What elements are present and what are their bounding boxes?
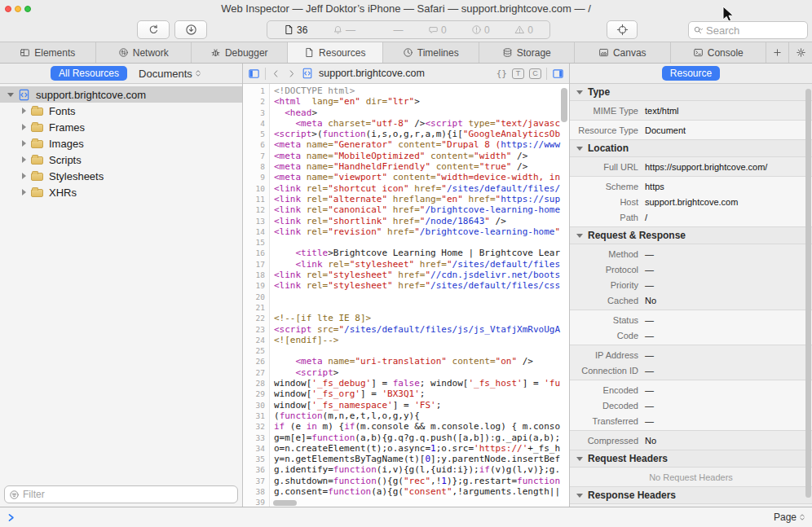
disclosure-collapsed-icon[interactable] — [22, 124, 26, 130]
tab-resources[interactable]: Resources — [288, 42, 384, 63]
fullscreen-button[interactable] — [24, 6, 31, 12]
tree-item-fonts[interactable]: Fonts — [0, 103, 242, 119]
toggle-left-sidebar-button[interactable] — [248, 68, 260, 80]
filter-input[interactable] — [23, 489, 233, 500]
tab-debugger[interactable]: Debugger — [192, 42, 288, 63]
section-header-request-headers[interactable]: Request Headers — [570, 450, 812, 468]
type-profiling-button[interactable]: T — [512, 68, 524, 79]
search-field[interactable] — [688, 21, 808, 39]
section-header-location[interactable]: Location — [570, 140, 812, 157]
disclosure-collapsed-icon[interactable] — [22, 140, 26, 147]
disclosure-expanded-icon[interactable] — [7, 93, 14, 97]
line-number: 20 — [243, 292, 265, 302]
storage-icon — [502, 47, 513, 58]
horizontal-scrollbar[interactable] — [273, 500, 297, 506]
tab-canvas[interactable]: Canvas — [575, 42, 671, 63]
source-code-view[interactable]: 1234567891011121314151617181920212223242… — [243, 84, 569, 507]
section-header-type[interactable]: Type — [570, 84, 812, 101]
activity-viewer[interactable]: 36 — — 0 0 0 — [267, 20, 550, 39]
quick-console-chevron-icon[interactable] — [6, 512, 16, 523]
detail-label: Status — [570, 315, 638, 325]
tree-item-frames[interactable]: Frames — [0, 119, 242, 135]
toggle-right-sidebar-button[interactable] — [552, 68, 564, 80]
details-panel: TypeMIME Typetext/htmlResource TypeDocum… — [570, 84, 812, 507]
resource-title: support.brightcove.com — [319, 68, 425, 79]
forward-button[interactable] — [286, 68, 297, 79]
tab-elements[interactable]: Elements — [0, 42, 96, 63]
tab-settings[interactable] — [789, 42, 812, 63]
canvas-icon — [598, 47, 609, 58]
pretty-print-button[interactable]: {} — [496, 68, 507, 79]
element-picker-button[interactable] — [607, 20, 638, 39]
load-time-indicator: — — [380, 24, 403, 36]
console-message-value: 0 — [441, 24, 447, 36]
window-controls — [5, 6, 31, 12]
code-line: <meta charset="utf-8" /><script type="te… — [274, 118, 569, 129]
documents-dropdown[interactable]: Documents — [139, 68, 202, 80]
close-button[interactable] — [5, 6, 11, 12]
divider — [546, 68, 547, 80]
download-button[interactable] — [174, 20, 207, 39]
vertical-scrollbar[interactable] — [561, 88, 567, 122]
line-number: 38 — [243, 486, 265, 497]
title-bar: Web Inspector — Jeff Doktor’s iPhone — S… — [0, 0, 812, 18]
code-line: <link rel="stylesheet" href="/sites/defa… — [274, 259, 569, 270]
detail-group: MIME Typetext/html — [570, 101, 812, 121]
gear-icon — [796, 47, 806, 58]
issue-circle-icon — [471, 24, 482, 35]
disclosure-collapsed-icon[interactable] — [22, 189, 26, 195]
line-number-gutter: 1234567891011121314151617181920212223242… — [243, 84, 270, 507]
line-number: 26 — [243, 356, 265, 367]
section-title: Type — [588, 86, 610, 98]
search-input[interactable] — [706, 24, 803, 37]
tab-add-tab[interactable] — [766, 42, 789, 63]
line-number: 4 — [243, 118, 265, 129]
tab-label: Console — [708, 47, 744, 59]
detail-row: Encoded— — [570, 382, 812, 397]
section-header-response-headers[interactable]: Response Headers — [570, 487, 812, 504]
code-line: <link rel="alternate" hreflang="en" href… — [274, 194, 569, 204]
folder-icon — [31, 156, 43, 165]
detail-label: Decoded — [570, 401, 638, 411]
filter-field[interactable] — [4, 485, 238, 503]
detail-value: text/html — [645, 106, 679, 116]
line-number: 33 — [243, 433, 265, 443]
reload-button[interactable] — [137, 20, 170, 39]
resource-details-tab[interactable]: Resource — [662, 66, 720, 81]
code-line: <link rel="shortcut icon" href="/sites/d… — [274, 183, 569, 194]
page-selector-label: Page — [774, 512, 797, 523]
code-line: <meta name="uri-translation" content="on… — [274, 356, 569, 367]
tab-network[interactable]: Network — [96, 42, 192, 63]
detail-row: Resource TypeDocument — [570, 122, 812, 138]
page-selector[interactable]: Page — [774, 512, 806, 523]
detail-row: Status— — [570, 312, 812, 327]
alerts-value: — — [346, 24, 355, 36]
minimize-button[interactable] — [15, 6, 21, 12]
back-button[interactable] — [271, 68, 281, 79]
disclosure-collapsed-icon[interactable] — [22, 173, 26, 179]
tab-console[interactable]: Console — [671, 42, 767, 63]
code-line: window['_fs_debug'] = false; window['_fs… — [274, 378, 569, 389]
tree-item-support-brightcove-com[interactable]: support.brightcove.com — [0, 86, 242, 103]
section-header-request-response[interactable]: Request & Response — [570, 227, 812, 244]
code-line: <!--[if lte IE 8]> — [274, 313, 569, 323]
details-scrollbar[interactable] — [805, 89, 811, 498]
code-coverage-button[interactable]: C — [529, 68, 541, 79]
tree-item-stylesheets[interactable]: Stylesheets — [0, 168, 242, 184]
tab-timelines[interactable]: Timelines — [383, 42, 479, 63]
line-number: 21 — [243, 302, 265, 313]
tree-item-scripts[interactable]: Scripts — [0, 152, 242, 168]
disclosure-collapsed-icon[interactable] — [22, 156, 26, 163]
code-line: <link rel="stylesheet" href="//cdn.jsdel… — [274, 270, 569, 280]
line-number: 23 — [243, 324, 265, 335]
detail-row: Hostsupport.brightcove.com — [570, 194, 812, 209]
all-resources-button[interactable]: All Resources — [51, 66, 127, 81]
code-line: if (e in m) {if(m.console && m.console.l… — [274, 421, 569, 432]
tree-item-images[interactable]: Images — [0, 135, 242, 152]
disclosure-collapsed-icon[interactable] — [22, 108, 26, 114]
tab-label: Timelines — [417, 47, 459, 59]
resource-tree: support.brightcove.comFontsFramesImagesS… — [0, 84, 242, 200]
tab-storage[interactable]: Storage — [479, 42, 576, 63]
tree-item-xhrs[interactable]: XHRs — [0, 184, 242, 200]
detail-value: — — [645, 280, 654, 290]
